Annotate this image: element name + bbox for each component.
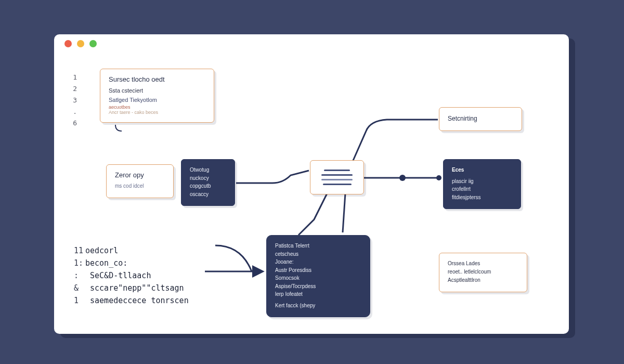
code-line: 11oedcorl bbox=[74, 244, 189, 257]
card-setcnirting[interactable]: Setcnirting bbox=[439, 107, 522, 131]
minimize-icon[interactable] bbox=[77, 40, 84, 47]
window-titlebar bbox=[54, 34, 569, 53]
line-number: . bbox=[70, 106, 77, 118]
card-title: Sursec tlocho oedt bbox=[109, 75, 205, 83]
card-line: nuckocy bbox=[190, 174, 226, 183]
svg-point-1 bbox=[436, 175, 441, 180]
line-number: 3 bbox=[70, 95, 77, 106]
zoom-icon[interactable] bbox=[89, 40, 97, 47]
text-line-icon bbox=[321, 179, 353, 180]
card-bottom-right[interactable]: Orssea Lades reoet.. letlelclcoum Acsptl… bbox=[439, 253, 527, 292]
line-number: 1 bbox=[70, 72, 77, 83]
code-line: : SeC&D-tllaach bbox=[74, 269, 189, 282]
line-number: 6 bbox=[70, 118, 77, 129]
card-line: Austr Poresdiss bbox=[275, 266, 361, 275]
card-line: Ssta csteciert bbox=[109, 86, 205, 96]
code-block: 11oedcorl 1:becon_co: : SeC&D-tllaach & … bbox=[74, 244, 189, 307]
text-line-icon bbox=[324, 170, 350, 171]
card-line: plascir iig bbox=[452, 177, 512, 186]
svg-point-0 bbox=[399, 175, 406, 181]
card-title: Setcnirting bbox=[448, 115, 477, 122]
card-title: Zeror opy bbox=[115, 171, 165, 179]
card-line: Kert facck (shepy bbox=[275, 302, 361, 310]
card-line: reoet.. letlelclcoum bbox=[448, 268, 518, 276]
app-window: 1 2 3 . 6 bbox=[54, 34, 569, 334]
card-line: Acsptlealttlron bbox=[448, 276, 518, 284]
close-icon[interactable] bbox=[64, 40, 72, 47]
card-right-dark[interactable]: Eces plascir iig crofellrrt fitdiesjpter… bbox=[443, 159, 521, 209]
card-sub: ms cod idcel bbox=[115, 182, 165, 190]
code-line: 1:becon_co: bbox=[74, 257, 189, 269]
text-line-icon bbox=[323, 184, 352, 185]
card-zero-copy[interactable]: Zeror opy ms cod idcel bbox=[106, 164, 174, 198]
text-line-icon bbox=[321, 174, 353, 176]
card-small-dark[interactable]: Otwotug nuckocy copgcutb oscaccy bbox=[181, 159, 235, 206]
card-line: oscaccy bbox=[190, 190, 226, 199]
code-line: 1 saemedeccece tonrscen bbox=[74, 294, 189, 307]
diagram-canvas: 1 2 3 . 6 bbox=[54, 53, 569, 334]
card-line: Otwotug bbox=[190, 166, 226, 174]
card-line: Somocsok bbox=[275, 274, 361, 282]
card-line: Aspise/Tocrpdess bbox=[275, 282, 361, 291]
line-number: 2 bbox=[70, 83, 77, 95]
card-line: lerp Iofeatet bbox=[275, 290, 361, 298]
card-header[interactable]: Sursec tlocho oedt Ssta csteciert Satlge… bbox=[100, 69, 214, 123]
card-line: cetscheus bbox=[275, 250, 361, 258]
card-line: Jooane: bbox=[275, 258, 361, 266]
card-line: copgcutb bbox=[190, 182, 226, 190]
card-sub: aecuotbes bbox=[109, 105, 205, 110]
card-big-dark[interactable]: Patistca Telerrt cetscheus Jooane: Austr… bbox=[266, 235, 370, 317]
card-line: crofellrrt bbox=[452, 185, 512, 193]
card-line: Satlged Tiekyotlom bbox=[109, 96, 205, 105]
card-line: Patistca Telerrt bbox=[275, 242, 361, 250]
card-sub: Ancr taere - cako beces bbox=[109, 110, 205, 115]
card-line: Orssea Lades bbox=[448, 259, 518, 268]
code-line: & sccare"nepp""cltsagn bbox=[74, 282, 189, 294]
card-line: Eces bbox=[452, 166, 512, 174]
line-number-gutter: 1 2 3 . 6 bbox=[70, 72, 77, 129]
card-line: fitdiesjpterss bbox=[452, 193, 512, 202]
card-center-node[interactable] bbox=[310, 160, 364, 194]
